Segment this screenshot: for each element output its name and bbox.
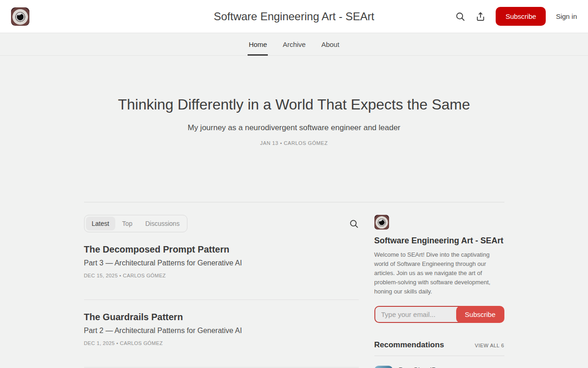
page-title: Software Engineering Art - SEArt xyxy=(214,10,374,23)
tab-top[interactable]: Top xyxy=(116,217,139,230)
recommendation-item[interactable]: ByteSizedBets TheAnkurTyagi xyxy=(374,366,504,368)
post-row[interactable]: The Decomposed Prompt Pattern Part 3 — A… xyxy=(84,232,359,300)
feed-tab-group: Latest Top Discussions xyxy=(84,215,187,232)
view-all-link[interactable]: VIEW ALL 6 xyxy=(475,343,504,348)
nav-tab-about[interactable]: About xyxy=(320,33,340,55)
recommendation-texts: ByteSizedBets TheAnkurTyagi xyxy=(399,366,447,368)
recommendation-avatar xyxy=(374,366,393,368)
nav-tab-home[interactable]: Home xyxy=(248,33,268,55)
tab-latest[interactable]: Latest xyxy=(86,217,115,230)
featured-post-hero: Thinking Differently in a World That Exp… xyxy=(0,56,588,146)
sign-in-link[interactable]: Sign in xyxy=(556,12,577,20)
site-nav: Home Archive About xyxy=(0,33,588,56)
content-layout: Latest Top Discussions The Decomposed Pr… xyxy=(84,202,504,368)
sidebar-subscribe-button[interactable]: Subscribe xyxy=(456,306,504,323)
featured-post-subtitle[interactable]: My journey as a neurodivergent software … xyxy=(0,123,588,132)
feed-toolbar: Latest Top Discussions xyxy=(84,215,359,232)
search-icon[interactable] xyxy=(455,12,465,22)
recommendations-heading: Recommendations xyxy=(374,340,444,350)
recommendations-header: Recommendations VIEW ALL 6 xyxy=(374,340,504,356)
subscribe-form: Subscribe xyxy=(374,306,504,323)
share-icon[interactable] xyxy=(475,12,486,22)
sidebar-description: Welcome to SEArt! Dive into the captivat… xyxy=(374,250,504,296)
tab-discussions[interactable]: Discussions xyxy=(139,217,186,230)
sidebar-publication-logo[interactable] xyxy=(374,215,389,230)
email-input[interactable] xyxy=(374,306,461,323)
post-title[interactable]: The Guardrails Pattern xyxy=(84,312,359,322)
header-actions: Subscribe Sign in xyxy=(455,7,577,26)
post-subtitle: Part 3 — Architectural Patterns for Gene… xyxy=(84,259,359,267)
post-feed: Latest Top Discussions The Decomposed Pr… xyxy=(84,215,359,368)
featured-post-title[interactable]: Thinking Differently in a World That Exp… xyxy=(0,96,588,113)
post-subtitle: Part 2 — Architectural Patterns for Gene… xyxy=(84,327,359,335)
post-meta: DEC 1, 2025 • CARLOS GÓMEZ xyxy=(84,340,359,346)
feed-search-icon[interactable] xyxy=(349,219,359,229)
post-title[interactable]: The Decomposed Prompt Pattern xyxy=(84,244,359,255)
publication-logo[interactable] xyxy=(11,7,29,26)
post-meta: DEC 15, 2025 • CARLOS GÓMEZ xyxy=(84,273,359,278)
sidebar: Software Engineering Art - SEArt Welcome… xyxy=(374,215,504,368)
post-row[interactable]: The Guardrails Pattern Part 2 — Architec… xyxy=(84,300,359,368)
top-header: Software Engineering Art - SEArt Subscri… xyxy=(0,0,588,33)
recommendations-section: Recommendations VIEW ALL 6 ByteSizedBets… xyxy=(374,340,504,368)
nav-tab-archive[interactable]: Archive xyxy=(282,33,306,55)
subscribe-button[interactable]: Subscribe xyxy=(496,7,546,26)
sidebar-publication-title[interactable]: Software Engineering Art - SEArt xyxy=(374,236,504,246)
featured-post-byline: JAN 13 • CARLOS GÓMEZ xyxy=(0,140,588,146)
